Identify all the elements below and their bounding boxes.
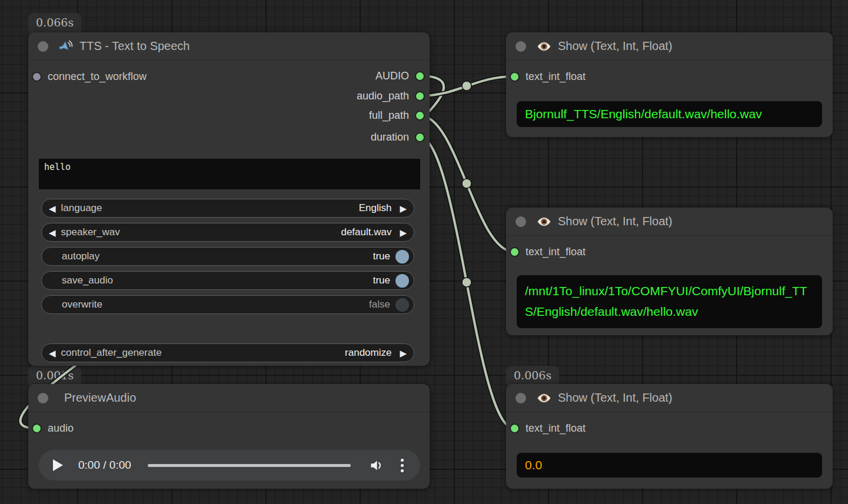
widget-control-after-generate[interactable]: ◀ control_after_generate randomize ▶ (41, 343, 414, 362)
input-label: connect_to_workflow (48, 71, 147, 83)
combo-left-arrow-icon[interactable]: ◀ (49, 204, 56, 213)
toggle-on-dot[interactable] (395, 250, 409, 263)
combo-right-arrow-icon[interactable]: ▶ (400, 228, 407, 237)
combo-right-arrow-icon[interactable]: ▶ (400, 349, 407, 358)
widget-label: speaker_wav (61, 226, 120, 238)
node-graph-canvas[interactable]: 0.066s 0.001s 0.006s (0, 0, 848, 504)
link-midpoint-dot[interactable] (462, 81, 471, 91)
show-value-display: 0.0 (517, 453, 822, 478)
link-midpoint-dot[interactable] (462, 179, 471, 188)
audio-player[interactable]: 0:00 / 0:00 (39, 450, 420, 480)
output-label: AUDIO (375, 70, 409, 82)
output-slot-duration[interactable]: duration (371, 131, 425, 143)
input-slot-text-int-float[interactable]: text_int_float (510, 245, 586, 258)
text-input[interactable] (39, 159, 420, 189)
input-label: audio (48, 422, 74, 435)
eye-icon (536, 41, 552, 52)
output-dot[interactable] (415, 111, 425, 121)
collapse-dot[interactable] (38, 41, 48, 52)
audio-seek-bar[interactable] (148, 464, 351, 467)
node-title: Show (Text, Int, Float) (558, 215, 673, 228)
widget-value: randomize (345, 347, 391, 359)
input-label: text_int_float (526, 422, 586, 435)
output-label: full_path (369, 109, 409, 122)
input-dot[interactable] (510, 423, 520, 433)
node-show-text-int-float-3[interactable]: Show (Text, Int, Float) text_int_float 0… (506, 384, 833, 489)
output-label: duration (371, 131, 409, 143)
eye-icon (536, 216, 552, 227)
widget-overwrite[interactable]: overwrite false (41, 295, 414, 314)
input-dot[interactable] (510, 247, 520, 257)
widget-language[interactable]: ◀ language English ▶ (41, 199, 414, 218)
link-fullpath-to-show2[interactable] (420, 115, 514, 252)
widget-label: autoplay (62, 251, 99, 262)
input-dot[interactable] (32, 72, 42, 82)
collapse-dot[interactable] (516, 41, 526, 52)
link-midpoint-dot[interactable] (462, 278, 471, 287)
node-preview-audio[interactable]: PreviewAudio audio 0:00 / 0:00 (28, 384, 430, 489)
play-button[interactable] (53, 459, 63, 471)
widget-label: control_after_generate (61, 347, 162, 359)
input-dot[interactable] (510, 72, 520, 82)
widget-label: overwrite (62, 299, 102, 311)
output-slot-audio-path[interactable]: audio_path (357, 89, 425, 102)
combo-right-arrow-icon[interactable]: ▶ (400, 204, 407, 213)
combo-left-arrow-icon[interactable]: ◀ (49, 228, 56, 237)
node-title: PreviewAudio (64, 391, 136, 405)
output-slot-audio[interactable]: AUDIO (375, 69, 425, 82)
widget-label: save_audio (62, 275, 113, 286)
input-label: text_int_float (526, 71, 586, 83)
widget-label: language (61, 202, 102, 214)
collapse-dot[interactable] (516, 216, 526, 227)
eye-icon (536, 393, 552, 403)
widget-value: true (373, 275, 390, 286)
node-show-text-int-float-2[interactable]: Show (Text, Int, Float) text_int_float /… (506, 208, 833, 335)
widget-autoplay[interactable]: autoplay true (41, 247, 414, 266)
collapse-dot[interactable] (516, 393, 526, 403)
collapse-dot[interactable] (38, 393, 48, 403)
widget-value: true (373, 251, 390, 262)
input-dot[interactable] (32, 423, 42, 433)
overflow-menu-icon[interactable] (398, 458, 406, 473)
audio-time: 0:00 / 0:00 (78, 459, 131, 472)
show-value-display: Bjornulf_TTS/English/default.wav/hello.w… (517, 101, 822, 127)
input-slot-audio[interactable]: audio (32, 422, 74, 435)
input-slot-text-int-float[interactable]: text_int_float (510, 70, 586, 83)
widget-value: false (369, 299, 390, 311)
widget-value: English (359, 202, 392, 214)
combo-left-arrow-icon[interactable]: ◀ (49, 349, 56, 358)
node-header[interactable]: Show (Text, Int, Float) (506, 208, 833, 236)
input-label: text_int_float (526, 246, 586, 258)
output-dot[interactable] (415, 91, 425, 101)
widget-save-audio[interactable]: save_audio true (41, 271, 414, 290)
node-title: Show (Text, Int, Float) (558, 39, 673, 53)
node-header[interactable]: PreviewAudio (28, 384, 430, 412)
node-show-text-int-float-1[interactable]: Show (Text, Int, Float) text_int_float B… (506, 32, 833, 137)
toggle-off-dot[interactable] (395, 298, 409, 312)
toggle-on-dot[interactable] (395, 274, 409, 288)
node-tts-text-to-speech[interactable]: TTS - Text to Speech connect_to_workflow… (28, 32, 430, 366)
output-label: audio_path (357, 90, 409, 102)
widget-speaker-wav[interactable]: ◀ speaker_wav default.wav ▶ (41, 223, 414, 242)
output-dot[interactable] (415, 71, 425, 81)
widget-value: default.wav (341, 226, 391, 238)
output-dot[interactable] (415, 132, 425, 142)
output-slot-full-path[interactable]: full_path (369, 109, 425, 122)
show-value-display: /mnt/1To_linux/1To/COMFYUI/ComfyUI/Bjorn… (517, 275, 822, 328)
input-slot-text-int-float[interactable]: text_int_float (510, 422, 586, 435)
loudspeaker-icon (58, 39, 74, 54)
node-header[interactable]: Show (Text, Int, Float) (506, 384, 833, 412)
node-header[interactable]: TTS - Text to Speech (28, 32, 430, 61)
node-title: Show (Text, Int, Float) (558, 391, 673, 405)
input-slot-connect-to-workflow[interactable]: connect_to_workflow (32, 70, 147, 83)
node-header[interactable]: Show (Text, Int, Float) (506, 32, 833, 61)
node-title: TTS - Text to Speech (79, 39, 190, 53)
volume-icon[interactable] (368, 458, 384, 473)
